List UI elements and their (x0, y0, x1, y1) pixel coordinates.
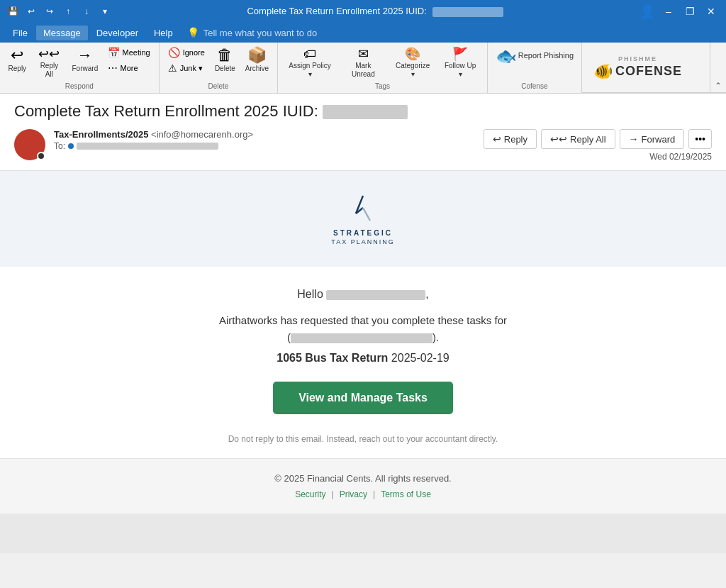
mark-unread-icon: ✉ (358, 48, 369, 60)
junk-button[interactable]: ⚠ Junk ▾ (164, 61, 209, 75)
hello-prefix: Hello (297, 288, 323, 300)
footer-links: Security | Privacy | Terms of Use (14, 489, 712, 499)
archive-icon: 📦 (247, 48, 267, 63)
categorize-button[interactable]: 🎨 Categorize ▾ (389, 45, 437, 81)
reply-action-label: Reply (504, 134, 527, 145)
sender-email: <info@homecarenh.org> (151, 129, 253, 140)
menu-help[interactable]: Help (147, 26, 180, 40)
ignore-button[interactable]: 🚫 Ignore (164, 45, 209, 60)
follow-up-button[interactable]: 🚩 Follow Up ▾ (438, 45, 483, 81)
tell-me-input[interactable]: Tell me what you want to do (203, 28, 317, 38)
security-link[interactable]: Security (295, 489, 325, 499)
report-phishing-label: Report Phishing (518, 51, 574, 60)
forward-action-icon: → (629, 133, 639, 145)
more-respond-button[interactable]: ⋯ More (104, 61, 155, 75)
privacy-link[interactable]: Privacy (340, 489, 367, 499)
request-line: Airthatworks has requested that you comp… (28, 312, 698, 346)
ribbon-respond-group: ↩ Reply ↩↩ Reply All → Forward 📅 Meeting… (0, 43, 160, 93)
undo-icon[interactable]: ↩ (24, 4, 38, 18)
categorize-icon: 🎨 (405, 48, 420, 60)
move-down-icon[interactable]: ↓ (79, 4, 94, 18)
forward-button[interactable]: → Forward (68, 45, 101, 75)
profile-icon[interactable]: 👤 (638, 2, 657, 21)
assign-policy-button[interactable]: 🏷 Assign Policy ▾ (282, 45, 337, 81)
recipient-blur (77, 143, 218, 150)
stp-tax-planning: TAX PLANNING (331, 238, 394, 245)
reply-icon: ↩ (11, 48, 23, 63)
menu-file[interactable]: File (6, 26, 35, 40)
archive-label: Archive (245, 65, 269, 73)
minimize-button[interactable]: – (659, 2, 678, 21)
menu-message[interactable]: Message (36, 26, 88, 40)
lightbulb-icon: 💡 (187, 27, 199, 38)
report-phishing-button[interactable]: 🐟 Report Phishing (491, 45, 578, 67)
terms-link[interactable]: Terms of Use (381, 489, 431, 499)
reply-all-action-label: Reply All (570, 134, 606, 145)
cofense-buttons: 🐟 Report Phishing (492, 45, 577, 81)
restore-button[interactable]: ❐ (681, 2, 699, 21)
redo-icon[interactable]: ↪ (43, 4, 57, 18)
delete-icon: 🗑 (217, 48, 233, 63)
more-icon: ⋯ (108, 62, 118, 74)
ribbon-collapse-area: ⌃ (710, 43, 726, 93)
meeting-button[interactable]: 📅 Meeting (104, 45, 155, 60)
more-quick-access-icon[interactable]: ▾ (98, 4, 112, 18)
stp-logo: STRATEGIC TAX PLANNING (331, 192, 394, 245)
email-body: STRATEGIC TAX PLANNING Hello , Airthatwo… (0, 171, 726, 514)
follow-up-label: Follow Up ▾ (442, 62, 479, 79)
mark-unread-label: Mark Unread (343, 62, 384, 79)
close-button[interactable]: ✕ (702, 2, 720, 21)
respond-small-buttons: 📅 Meeting ⋯ More (104, 45, 155, 75)
ignore-label: Ignore (183, 48, 205, 57)
meeting-icon: 📅 (108, 47, 120, 58)
task-name: 1065 Bus Tax Return (277, 352, 388, 364)
reply-button[interactable]: ↩ Reply (4, 45, 30, 75)
archive-button[interactable]: 📦 Archive (241, 45, 273, 75)
delete-group-label: Delete (164, 82, 273, 91)
reply-action-button[interactable]: ↩ Reply (484, 129, 537, 149)
forward-action-button[interactable]: → Forward (620, 129, 685, 149)
cofense-name: COFENSE (615, 64, 682, 79)
ribbon-tags-group: 🏷 Assign Policy ▾ ✉ Mark Unread 🎨 Catego… (278, 43, 488, 93)
email-subject: Complete Tax Return Enrollment 2025 IUID… (14, 102, 712, 121)
email-meta: Tax-Enrollments/2025 <info@homecarenh.or… (14, 129, 712, 162)
forward-icon: → (77, 48, 93, 63)
move-up-icon[interactable]: ↑ (61, 4, 75, 18)
forward-action-label: Forward (642, 134, 676, 145)
task-date: 2025-02-19 (391, 352, 449, 364)
sender-avatar (14, 129, 45, 160)
respond-group-label: Respond (4, 82, 155, 91)
view-manage-tasks-button[interactable]: View and Manage Tasks (273, 382, 453, 414)
reply-all-icon: ↩↩ (38, 48, 60, 60)
collapse-ribbon-button[interactable]: ⌃ (715, 81, 722, 91)
reply-all-label: Reply All (36, 62, 63, 79)
reply-label: Reply (9, 65, 27, 73)
email-date: Wed 02/19/2025 (649, 152, 712, 162)
menu-developer[interactable]: Developer (89, 26, 145, 40)
footer-sep-2: | (373, 489, 375, 499)
to-label: To: (54, 141, 65, 151)
cofense-group-label: Cofense (492, 82, 577, 91)
task-line: 1065 Bus Tax Return 2025-02-19 (28, 352, 698, 365)
email-actions: ↩ Reply ↩↩ Reply All → Forward ••• (484, 129, 712, 149)
stp-logo-svg (349, 192, 377, 228)
title-bar: 💾 ↩ ↪ ↑ ↓ ▾ Complete Tax Return Enrollme… (0, 0, 726, 23)
body-content: Hello , Airthatworks has requested that … (0, 267, 726, 458)
email-body-area: STRATEGIC TAX PLANNING Hello , Airthatwo… (0, 171, 726, 553)
avatar-status-dot (37, 152, 45, 160)
ignore-icon: 🚫 (168, 47, 180, 58)
delete-button[interactable]: 🗑 Delete (211, 45, 240, 75)
window-buttons: 👤 – ❐ ✕ (638, 2, 720, 21)
mark-unread-button[interactable]: ✉ Mark Unread (339, 45, 388, 81)
cofense-fish-icon: 🐠 (593, 62, 613, 81)
reply-all-button[interactable]: ↩↩ Reply All (32, 45, 67, 81)
more-label: More (121, 64, 138, 72)
to-dot-icon (68, 143, 74, 149)
assign-policy-icon: 🏷 (303, 48, 316, 60)
more-actions-button[interactable]: ••• (688, 129, 712, 149)
reply-all-action-button[interactable]: ↩↩ Reply All (541, 129, 615, 149)
save-icon[interactable]: 💾 (6, 4, 20, 18)
reply-all-action-icon: ↩↩ (550, 133, 567, 145)
request-name-blur (291, 333, 432, 343)
hello-line: Hello , (28, 288, 698, 301)
